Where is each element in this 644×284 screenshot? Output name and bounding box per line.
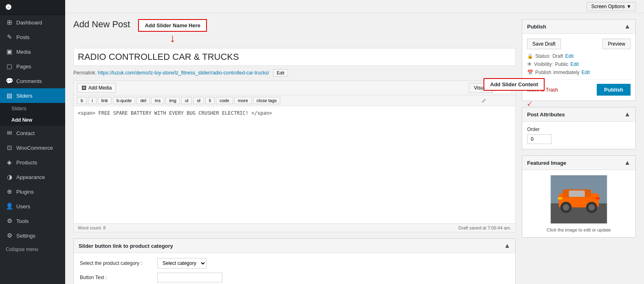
category-row: Select the product category : Select cat… — [80, 258, 509, 269]
dashboard-icon: ⊞ — [6, 19, 13, 26]
save-draft-button[interactable]: Save Draft — [527, 39, 561, 49]
sidebar: 🅦 ⊞ Dashboard ✎ Posts ▣ Media ▢ Pages 💬 … — [0, 0, 65, 284]
add-slider-name-callout: Add Slider Name Here — [138, 19, 207, 32]
featured-image-container[interactable]: Click the image to edit or update — [527, 175, 631, 232]
permalink-link[interactable]: https://luzuk.com/demo/lz-toy-store/lz_f… — [98, 70, 269, 76]
pages-icon: ▢ — [6, 63, 13, 70]
appearance-icon: ◑ — [6, 173, 13, 181]
slider-button-box: Slider button link to product category ▲… — [73, 238, 516, 284]
fmt-li[interactable]: li — [205, 97, 215, 104]
post-attributes-title: Post Attributes — [527, 111, 565, 118]
slider-button-box-toggle[interactable]: ▲ — [504, 242, 510, 249]
fmt-ol[interactable]: ol — [193, 97, 204, 104]
sliders-icon: ▤ — [6, 92, 13, 99]
permalink-edit-button[interactable]: Edit — [273, 69, 288, 76]
sidebar-item-products[interactable]: ◈ Products — [0, 155, 65, 170]
fmt-link[interactable]: link — [98, 97, 112, 104]
post-title-input[interactable] — [73, 48, 516, 66]
featured-image-caption: Click the image to edit or update — [527, 227, 631, 232]
sidebar-item-tools[interactable]: ⚙ Tools — [0, 214, 65, 228]
toolbar-left: 🖼 Add Media — [77, 83, 116, 93]
woocommerce-icon: ⊡ — [6, 144, 13, 151]
screen-options-button[interactable]: Screen Options ▼ — [587, 2, 636, 11]
media-icon: ▣ — [6, 48, 13, 55]
status-edit-link[interactable]: Edit — [565, 53, 574, 59]
sidebar-item-posts[interactable]: ✎ Posts — [0, 30, 65, 44]
fmt-bold[interactable]: b — [77, 97, 87, 104]
status-row: 🔒 Status: Draft Edit — [527, 53, 631, 59]
sidebar-item-media[interactable]: ▣ Media — [0, 44, 65, 59]
publish-time-edit-link[interactable]: Edit — [581, 70, 590, 75]
users-icon: 👤 — [6, 203, 13, 210]
fmt-code[interactable]: code — [216, 97, 233, 104]
preview-button[interactable]: Preview — [602, 39, 631, 49]
add-slider-content-callout: Add Slider Content — [484, 78, 545, 91]
plugins-icon: ⊕ — [6, 188, 13, 195]
sidebar-item-comments[interactable]: 💬 Comments — [0, 74, 65, 88]
post-attributes-header: Post Attributes ▲ — [522, 107, 635, 122]
editor-area[interactable]: <span> FREE SPARE BATTERY WITH EVERY BUG… — [73, 106, 516, 224]
sidebar-item-appearance[interactable]: ◑ Appearance — [0, 170, 65, 184]
order-input[interactable] — [527, 134, 552, 144]
slider-button-box-header: Slider button link to product category ▲ — [74, 239, 515, 253]
draft-status: Draft saved at 7:06:44 am. — [458, 225, 511, 230]
editor-toolbar: 🖼 Add Media Visual Text — [73, 81, 516, 95]
visibility-icon: 👁 — [527, 61, 532, 67]
contact-icon: ✉ — [6, 129, 13, 137]
media-upload-icon: 🖼 — [81, 85, 86, 91]
chevron-down-icon: ▼ — [626, 4, 631, 9]
sidebar-item-plugins[interactable]: ⊕ Plugins — [0, 184, 65, 199]
svg-rect-10 — [596, 197, 600, 199]
fmt-italic[interactable]: i — [88, 97, 96, 104]
status-icon: 🔒 — [527, 53, 533, 59]
comments-icon: 💬 — [6, 77, 13, 85]
sidebar-item-settings[interactable]: ⚙ Settings — [0, 228, 65, 243]
add-media-button[interactable]: 🖼 Add Media — [77, 83, 116, 93]
sidebar-item-woocommerce[interactable]: ⊡ WooCommerce — [0, 140, 65, 155]
post-attributes-body: Order — [522, 122, 635, 149]
sidebar-item-users[interactable]: 👤 Users — [0, 199, 65, 214]
sidebar-item-contact[interactable]: ✉ Contact — [0, 126, 65, 140]
sidebar-item-pages[interactable]: ▢ Pages — [0, 59, 65, 74]
fmt-del[interactable]: del — [136, 97, 150, 104]
page-title: Add New Post — [73, 19, 130, 30]
sidebar-item-dashboard[interactable]: ⊞ Dashboard — [0, 15, 65, 30]
publish-time-icon: 📅 — [527, 70, 533, 75]
post-attributes-box: Post Attributes ▲ Order — [522, 107, 636, 149]
publish-box-title: Publish — [527, 24, 546, 30]
collapse-menu[interactable]: Collapse menu — [0, 243, 65, 256]
format-bar: b i link b-quote del ins img ul ol li co… — [73, 95, 516, 106]
fmt-close-tags[interactable]: close tags — [253, 97, 281, 104]
featured-image-title: Featured Image — [527, 160, 566, 166]
permalink-row: Permalink: https://luzuk.com/demo/lz-toy… — [73, 69, 516, 76]
fmt-ins[interactable]: ins — [151, 97, 164, 104]
top-bar: Screen Options ▼ — [65, 0, 644, 13]
content-area: Add New Post Add Slider Name Here ↓ Perm… — [65, 13, 644, 284]
right-sidebar: Publish ▲ Save Draft Preview 🔒 Status: D… — [522, 19, 636, 284]
posts-icon: ✎ — [6, 33, 13, 41]
editor-content[interactable]: <span> FREE SPARE BATTERY WITH EVERY BUG… — [78, 110, 511, 116]
visibility-row: 👁 Visibility: Public Edit — [527, 61, 631, 67]
sidebar-item-sliders[interactable]: ▤ Sliders — [0, 88, 65, 103]
featured-image-toggle[interactable]: ▲ — [624, 159, 631, 166]
expand-editor-icon[interactable]: ⤢ — [481, 97, 486, 104]
fmt-img[interactable]: img — [165, 97, 180, 104]
sidebar-logo: 🅦 — [0, 0, 65, 15]
publish-box-toggle[interactable]: ▲ — [624, 23, 631, 30]
button-text-input[interactable] — [157, 273, 222, 282]
fmt-bquote[interactable]: b-quote — [113, 97, 135, 104]
category-label: Select the product category : — [80, 260, 153, 266]
products-icon: ◈ — [6, 159, 13, 166]
sidebar-subitem-add-new[interactable]: Add New — [0, 114, 65, 126]
fmt-ul[interactable]: ul — [181, 97, 192, 104]
category-select[interactable]: Select category — [157, 258, 207, 269]
publish-button[interactable]: Publish — [597, 84, 631, 96]
visibility-edit-link[interactable]: Edit — [570, 61, 579, 67]
sidebar-subitem-sliders[interactable]: Sliders — [0, 103, 65, 114]
post-attributes-toggle[interactable]: ▲ — [624, 111, 631, 118]
settings-icon: ⚙ — [6, 232, 13, 239]
word-count: Word count: 8 — [78, 225, 106, 230]
fmt-more[interactable]: more — [234, 97, 252, 104]
publish-actions: Save Draft Preview — [527, 39, 631, 49]
featured-image[interactable] — [550, 175, 607, 224]
